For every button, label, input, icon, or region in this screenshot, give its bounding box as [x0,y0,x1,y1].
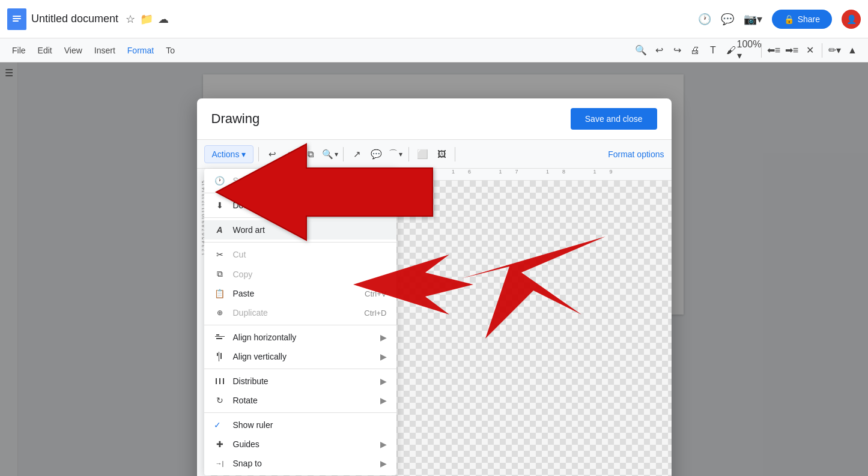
doc-icon [7,8,26,30]
zoom-select[interactable]: 100% ▾ [741,42,757,59]
insert-menu[interactable]: Insert [90,43,120,58]
snap-to-label: Snap to [233,459,262,468]
menu-item-paste[interactable]: 📋 Paste Ctrl+V [204,284,396,303]
drawing-title: Drawing [211,111,571,127]
rotate-arrow: ▶ [380,396,387,405]
file-menu[interactable]: File [7,43,31,58]
search-draw-icon[interactable]: 💬 [368,146,384,163]
collapse-icon[interactable]: ▲ [844,42,861,59]
cut-icon: ✂ [214,250,226,259]
star-icon[interactable]: ☆ [126,13,135,26]
duplicate-label: Duplicate [233,308,268,318]
svg-rect-6 [216,338,222,339]
align-h-label: Align horizontally [233,333,297,342]
menu-item-duplicate[interactable]: ⊕ Duplicate Ctrl+D [204,303,396,322]
svg-rect-4 [215,336,225,337]
toolbar-divider-4 [455,147,455,161]
toolbar-icons: 🔍 ↩ ↪ 🖨 T 🖌 100% ▾ ⬅≡ ➡≡ ✕ ✏▾ ▲ [633,42,861,59]
menu-item-align-horizontally[interactable]: Align horizontally ▶ [204,328,396,347]
toolbar-divider-3 [408,147,409,161]
lock-icon: 🔒 [784,14,794,24]
tools-menu[interactable]: To [161,43,180,58]
zoom-draw-icon[interactable]: 🔍 ▾ [321,146,338,163]
menu-item-download[interactable]: ⬇ Download ▶ [204,196,396,215]
download-icon: ⬇ [214,200,226,210]
clear-format-icon[interactable]: ✕ [801,42,818,59]
toolbar-divider-2 [343,147,344,161]
svg-rect-3 [13,20,19,22]
svg-rect-11 [219,378,220,384]
menu-item-show-ruler[interactable]: ✓ Show ruler [204,415,396,435]
menu-item-word-art[interactable]: A Word art [204,220,396,240]
paste-label: Paste [233,289,255,298]
spell-check-icon[interactable]: T [705,42,721,59]
folder-icon[interactable]: 📁 [140,13,153,26]
search-icon[interactable]: 🔍 [633,42,649,59]
svg-rect-10 [216,378,217,384]
menu-item-rotate[interactable]: ↻ Rotate ▶ [204,391,396,410]
shapes-icon[interactable]: ⬜ [414,146,431,163]
version-history-icon: 🕐 [214,176,226,185]
avatar[interactable]: 👤 [842,10,861,29]
snap-icon: →| [214,460,226,467]
comment-icon[interactable]: 💬 [721,13,734,26]
divider-2 [204,217,396,218]
actions-button[interactable]: Actions ▾ [204,145,254,163]
view-menu[interactable]: View [59,43,87,58]
line-icon[interactable]: ⌒ ▾ [387,146,404,163]
guides-icon: ✚ [214,439,226,449]
redo-icon[interactable]: ↪ [669,42,685,59]
word-art-icon: A [214,225,226,235]
format-menu[interactable]: Format [123,43,159,58]
format-options-label[interactable]: Format options [608,149,664,159]
history-icon[interactable]: 🕐 [698,13,711,26]
doc-title: Untitled document [31,13,118,25]
svg-rect-1 [13,16,21,17]
align-v-arrow: ▶ [380,352,387,361]
paste-shortcut: Ctrl+V [365,289,386,298]
top-bar: Untitled document ☆ 📁 ☁ 🕐 💬 📷▾ 🔒 Share 👤 [0,0,868,38]
edit-menu[interactable]: Edit [33,43,57,58]
menu-item-align-vertically[interactable]: Align vertically ▶ [204,347,396,366]
svg-rect-7 [219,352,219,361]
duplicate-shortcut: Ctrl+D [364,309,386,318]
toolbar-divider-1 [258,147,259,161]
paste-icon: 📋 [214,289,226,298]
divider2 [822,43,822,58]
menu-item-snap-to[interactable]: →| Snap to ▶ [204,454,396,473]
redo-draw-icon[interactable]: ↪ [283,146,300,163]
share-button[interactable]: 🔒 Share [772,10,832,29]
print-icon[interactable]: 🖨 [687,42,703,59]
topbar-right: 🕐 💬 📷▾ 🔒 Share 👤 [698,10,861,29]
rotate-icon: ↻ [214,396,226,405]
menu-item-guides[interactable]: ✚ Guides ▶ [204,435,396,454]
snap-arrow: ▶ [380,459,387,468]
camera-icon[interactable]: 📷▾ [744,13,762,26]
indent-more-icon[interactable]: ➡≡ [783,42,800,59]
indent-less-icon[interactable]: ⬅≡ [765,42,782,59]
actions-label: Actions ▾ [212,149,246,159]
move-icon[interactable]: ⧉ [302,146,319,163]
duplicate-icon: ⊕ [214,309,226,317]
drawing-header: Drawing Save and close [197,98,672,140]
image-icon[interactable]: 🖼 [433,146,450,163]
pen-icon[interactable]: ✏▾ [826,42,843,59]
undo-icon[interactable]: ↩ [651,42,667,59]
svg-rect-8 [217,353,218,356]
save-close-button[interactable]: Save and close [571,108,657,130]
divider-1 [204,193,396,193]
menu-item-distribute[interactable]: Distribute ▶ [204,372,396,391]
word-art-label: Word art [233,225,265,235]
align-v-icon [214,352,226,361]
menu-item-copy[interactable]: ⧉ Copy [204,264,396,284]
select-icon[interactable]: ↗ [348,146,365,163]
copy-icon: ⧉ [214,269,226,279]
modal-overlay: Drawing Save and close Actions ▾ ↩ ↪ ⧉ 🔍… [0,62,868,476]
menu-bar: File Edit View Insert Format To 🔍 ↩ ↪ 🖨 … [0,38,868,62]
actions-dropdown: 🕐 See version history Ctrl+Alt+Shift+H ⬇… [204,169,396,475]
menu-item-version-history[interactable]: 🕐 See version history Ctrl+Alt+Shift+H [204,171,396,190]
menu-item-cut[interactable]: ✂ Cut [204,245,396,264]
main-area: ☰ Drawing Save and close Actions ▾ ↩ ↪ ⧉… [0,62,868,476]
undo-draw-icon[interactable]: ↩ [264,146,281,163]
cloud-icon[interactable]: ☁ [158,13,169,26]
